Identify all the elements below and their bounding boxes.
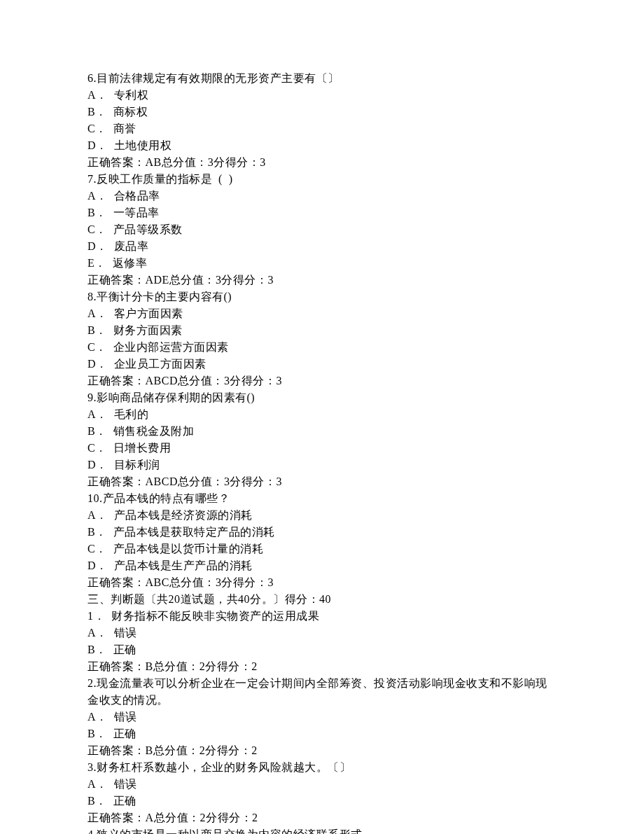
text-line: D． 土地使用权 <box>88 137 556 154</box>
text-line: D． 企业员工方面因素 <box>88 356 556 373</box>
text-line: C． 商誉 <box>88 120 556 137</box>
text-line: A． 产品本钱是经济资源的消耗 <box>88 507 556 524</box>
text-line: 2.现金流量表可以分析企业在一定会计期间内全部筹资、投资活动影响现金收支和不影响… <box>88 675 556 709</box>
text-line: A． 客户方面因素 <box>88 305 556 322</box>
document-content: 6.目前法律规定有有效期限的无形资产主要有〔〕 A． 专利权 B． 商标权 C．… <box>88 70 556 834</box>
text-line: 9.影响商品储存保利期的因素有() <box>88 389 556 406</box>
text-line: E． 返修率 <box>88 255 556 272</box>
text-line: B． 销售税金及附加 <box>88 423 556 440</box>
text-line: 正确答案：ABCD总分值：3分得分：3 <box>88 373 556 389</box>
text-line: A． 错误 <box>88 625 556 641</box>
text-line: B． 商标权 <box>88 104 556 120</box>
text-line: C． 产品等级系数 <box>88 221 556 238</box>
text-line: 1． 财务指标不能反映非实物资产的运用成果 <box>88 608 556 625</box>
text-line: 4.狭义的市场是一种以商品交换为内容的经济联系形式。 <box>88 826 556 834</box>
text-line: 正确答案：ABCD总分值：3分得分：3 <box>88 473 556 490</box>
text-line: C． 产品本钱是以货币计量的消耗 <box>88 541 556 557</box>
text-line: D． 废品率 <box>88 238 556 255</box>
text-line: 正确答案：ABC总分值：3分得分：3 <box>88 574 556 591</box>
text-line: 3.财务杠杆系数越小，企业的财务风险就越大。〔〕 <box>88 759 556 776</box>
text-line: 正确答案：A总分值：2分得分：2 <box>88 809 556 826</box>
text-line: 三、判断题〔共20道试题，共40分。〕得分：40 <box>88 591 556 608</box>
text-line: 正确答案：B总分值：2分得分：2 <box>88 742 556 759</box>
text-line: D． 产品本钱是生产产品的消耗 <box>88 557 556 574</box>
text-line: B． 正确 <box>88 641 556 658</box>
text-line: 6.目前法律规定有有效期限的无形资产主要有〔〕 <box>88 70 556 87</box>
text-line: C． 企业内部运营方面因素 <box>88 339 556 356</box>
text-line: B． 财务方面因素 <box>88 322 556 339</box>
text-line: B． 正确 <box>88 793 556 809</box>
text-line: 正确答案：AB总分值：3分得分：3 <box>88 154 556 171</box>
text-line: A． 错误 <box>88 709 556 725</box>
text-line: B． 一等品率 <box>88 204 556 221</box>
text-line: A． 毛利的 <box>88 406 556 423</box>
text-line: 正确答案：B总分值：2分得分：2 <box>88 658 556 675</box>
text-line: B． 正确 <box>88 725 556 742</box>
text-line: A． 错误 <box>88 776 556 793</box>
text-line: 7.反映工作质量的指标是 ( ) <box>88 171 556 188</box>
text-line: B． 产品本钱是获取特定产品的消耗 <box>88 524 556 541</box>
text-line: 10.产品本钱的特点有哪些？ <box>88 490 556 507</box>
text-line: D． 目标利润 <box>88 457 556 473</box>
text-line: A． 合格品率 <box>88 188 556 204</box>
text-line: 正确答案：ADE总分值：3分得分：3 <box>88 272 556 289</box>
text-line: 8.平衡计分卡的主要内容有() <box>88 289 556 305</box>
text-line: A． 专利权 <box>88 87 556 104</box>
text-line: C． 日增长费用 <box>88 440 556 457</box>
